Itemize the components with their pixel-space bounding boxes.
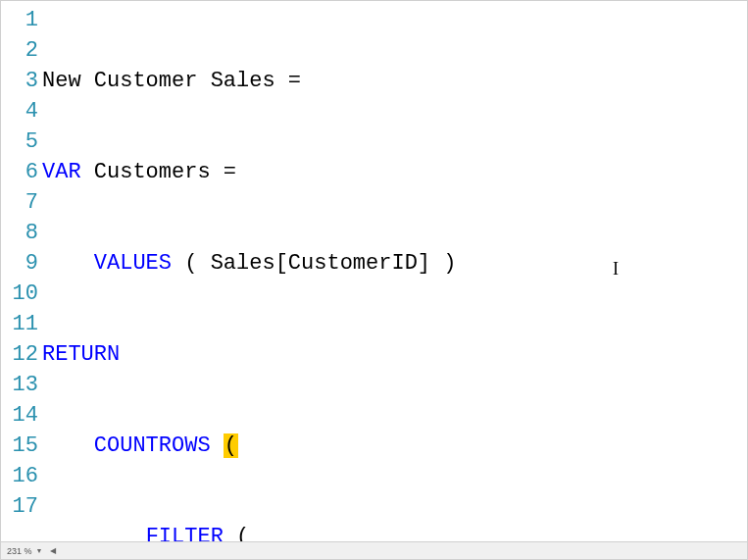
line-number: 2 <box>1 35 38 66</box>
code-text: ( Sales[CustomerID] ) <box>172 251 456 276</box>
line-number: 16 <box>1 461 38 491</box>
line-number: 3 <box>1 66 38 96</box>
line-number: 6 <box>1 157 38 187</box>
line-number: 9 <box>1 248 38 279</box>
code-line[interactable]: New Customer Sales = <box>42 66 747 96</box>
text-caret-icon: I <box>613 259 619 280</box>
line-number: 14 <box>1 400 38 431</box>
line-number: 1 <box>1 5 38 35</box>
code-text: New Customer Sales = <box>42 69 301 93</box>
line-number-gutter: 1 2 3 4 5 6 7 8 9 10 11 12 13 14 15 16 1… <box>1 1 40 541</box>
keyword-var: VAR <box>42 160 81 184</box>
function-countrows: COUNTROWS <box>94 433 211 458</box>
line-number: 7 <box>1 187 38 218</box>
indent <box>42 251 94 276</box>
indent <box>42 433 94 458</box>
zoom-level[interactable]: 231 % <box>7 546 32 556</box>
code-text: ( <box>224 525 249 541</box>
code-text <box>211 433 224 458</box>
line-number: 12 <box>1 339 38 370</box>
line-number: 5 <box>1 127 38 157</box>
keyword-return: RETURN <box>42 342 120 367</box>
chevron-down-icon[interactable]: ▼ <box>36 547 43 554</box>
code-line[interactable]: RETURN <box>42 339 747 370</box>
code-area[interactable]: New Customer Sales = VAR Customers = VAL… <box>40 1 747 541</box>
code-line[interactable]: COUNTROWS ( <box>42 431 747 461</box>
line-number: 15 <box>1 431 38 461</box>
code-line[interactable]: VAR Customers = <box>42 157 747 187</box>
function-values: VALUES <box>94 251 172 276</box>
line-number: 17 <box>1 491 38 522</box>
code-line[interactable]: VALUES ( Sales[CustomerID] ) <box>42 248 747 279</box>
line-number: 4 <box>1 96 38 127</box>
line-number: 8 <box>1 218 38 248</box>
status-bar: 231 % ▼ ◀ <box>1 541 747 559</box>
line-number: 13 <box>1 370 38 400</box>
scroll-left-icon[interactable]: ◀ <box>50 546 56 555</box>
code-line[interactable]: FILTER ( <box>42 522 747 541</box>
code-editor[interactable]: 1 2 3 4 5 6 7 8 9 10 11 12 13 14 15 16 1… <box>1 1 747 541</box>
bracket-open-match: ( <box>224 433 238 458</box>
code-text: Customers = <box>81 160 236 184</box>
line-number: 11 <box>1 309 38 339</box>
indent <box>42 525 146 541</box>
line-number: 10 <box>1 279 38 309</box>
function-filter: FILTER <box>146 525 224 541</box>
